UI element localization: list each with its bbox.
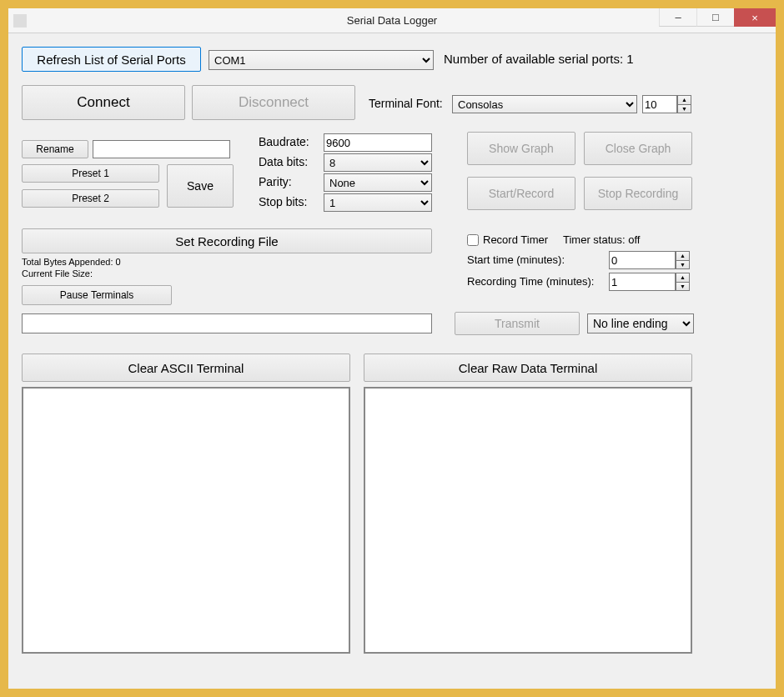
record-timer-checkbox[interactable]: Record Timer	[467, 233, 548, 246]
set-recording-file-button[interactable]: Set Recording File	[22, 228, 432, 253]
start-time-label: Start time (minutes):	[467, 253, 565, 266]
chevron-up-icon[interactable]: ▲	[676, 251, 690, 260]
terminal-font-select[interactable]: Consolas	[452, 95, 637, 113]
file-size-label: Current File Size:	[22, 268, 93, 278]
stopbits-select[interactable]: 1	[324, 193, 432, 212]
transmit-input[interactable]	[22, 313, 432, 333]
pause-terminals-button[interactable]: Pause Terminals	[22, 285, 172, 305]
ports-count-label: Number of available serial ports: 1	[444, 52, 634, 66]
disconnect-button[interactable]: Disconnect	[192, 85, 355, 120]
recording-time-input[interactable]	[609, 273, 676, 291]
maximize-button[interactable]: □	[696, 8, 734, 27]
parity-select[interactable]: None	[324, 173, 432, 192]
save-button[interactable]: Save	[167, 164, 234, 208]
record-timer-label: Record Timer	[483, 233, 548, 246]
line-ending-select[interactable]: No line ending	[587, 313, 694, 333]
rename-button[interactable]: Rename	[22, 140, 88, 158]
start-time-spinner[interactable]: ▲▼	[676, 251, 690, 269]
baudrate-label: Baudrate:	[259, 135, 309, 148]
start-time-input[interactable]	[609, 251, 676, 269]
clear-raw-button[interactable]: Clear Raw Data Terminal	[364, 354, 692, 382]
timer-status-label: Timer status: off	[563, 233, 640, 246]
preset2-button[interactable]: Preset 2	[22, 189, 159, 208]
stop-recording-button[interactable]: Stop Recording	[584, 177, 692, 210]
port-select[interactable]: COM1	[209, 50, 434, 70]
baudrate-input[interactable]	[324, 133, 432, 152]
chevron-up-icon[interactable]: ▲	[676, 273, 690, 282]
chevron-down-icon[interactable]: ▼	[677, 104, 691, 114]
rename-input[interactable]	[93, 140, 230, 158]
clear-ascii-button[interactable]: Clear ASCII Terminal	[22, 354, 350, 382]
font-size-input[interactable]	[642, 95, 677, 113]
total-bytes-label: Total Bytes Appended: 0	[22, 257, 121, 267]
stopbits-label: Stop bits:	[259, 195, 307, 208]
close-graph-button[interactable]: Close Graph	[584, 132, 692, 165]
close-button[interactable]: ×	[734, 8, 776, 27]
ascii-terminal[interactable]	[22, 387, 350, 654]
transmit-button[interactable]: Transmit	[455, 312, 580, 335]
databits-label: Data bits:	[259, 155, 308, 168]
start-record-button[interactable]: Start/Record	[467, 177, 575, 210]
chevron-down-icon[interactable]: ▼	[676, 260, 690, 270]
window-chrome: Serial Data Logger – □ × Refresh List of…	[0, 0, 784, 697]
show-graph-button[interactable]: Show Graph	[467, 132, 575, 165]
chevron-down-icon[interactable]: ▼	[676, 282, 690, 292]
recording-time-label: Recording Time (minutes):	[467, 275, 594, 288]
chevron-up-icon[interactable]: ▲	[677, 95, 691, 104]
record-timer-checkbox-input[interactable]	[467, 234, 479, 246]
refresh-ports-button[interactable]: Refresh List of Serial Ports	[22, 47, 201, 72]
window-buttons: – □ ×	[659, 8, 776, 30]
raw-terminal[interactable]	[364, 387, 692, 654]
connect-button[interactable]: Connect	[22, 85, 185, 120]
terminal-font-label: Terminal Font:	[369, 97, 443, 110]
title-bar: Serial Data Logger – □ ×	[8, 8, 776, 33]
preset1-button[interactable]: Preset 1	[22, 164, 159, 183]
recording-time-spinner[interactable]: ▲▼	[676, 273, 690, 291]
parity-label: Parity:	[259, 175, 292, 188]
app-icon	[13, 14, 27, 28]
minimize-button[interactable]: –	[659, 8, 696, 27]
window-title: Serial Data Logger	[347, 14, 437, 27]
client-area: Refresh List of Serial Ports COM1 Number…	[8, 33, 776, 689]
databits-select[interactable]: 8	[324, 153, 432, 172]
font-size-spinner[interactable]: ▲▼	[677, 95, 691, 113]
